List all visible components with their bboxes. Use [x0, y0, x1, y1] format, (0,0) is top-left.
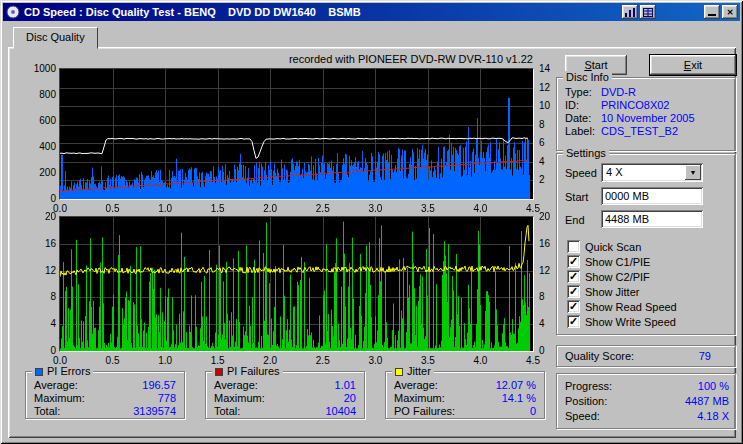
checkbox-show-read-speed-label: Show Read Speed	[585, 301, 677, 313]
checkbox-show-c2pif[interactable]: ✓	[567, 270, 580, 283]
pi-failures-legend-title: PI Failures	[212, 365, 283, 378]
end-position-field[interactable]	[601, 210, 703, 228]
speed-dropdown[interactable]: 4 X ▼	[601, 163, 703, 182]
axis-tick-label: 4	[22, 318, 56, 329]
axis-tick-label: 8	[539, 119, 557, 130]
axis-tick-label: 3.5	[415, 355, 441, 366]
pi-failures-maximum-value: 20	[286, 392, 356, 404]
pi-errors-total-value: 3139574	[106, 405, 176, 417]
pi-failures-title-text: PI Failures	[227, 365, 280, 378]
disc-id-label: ID:	[565, 99, 579, 111]
pi-errors-maximum-label: Maximum:	[34, 392, 85, 404]
po-failures-value: 0	[466, 405, 536, 417]
jitter-title-text: Jitter	[407, 365, 431, 378]
pi-errors-swatch	[35, 368, 43, 376]
pi-failures-total-label: Total:	[214, 405, 240, 417]
bar-chart-icon	[625, 8, 635, 17]
disc-date-value: 10 November 2005	[601, 112, 695, 124]
axis-tick-label: 3.0	[362, 355, 388, 366]
pi-failures-maximum-label: Maximum:	[214, 392, 265, 404]
pi-failures-average-value: 1.01	[286, 379, 356, 391]
disc-info-group: Disc Info Type: DVD-R ID: PRINCO8X02 Dat…	[556, 77, 736, 151]
recorded-with-label: recorded with PIONEER DVD-RW DVR-110 v1.…	[289, 53, 533, 65]
app-icon	[6, 5, 20, 19]
quality-score-value: 79	[671, 350, 711, 362]
jitter-maximum-label: Maximum:	[394, 392, 445, 404]
axis-tick-label: 4	[539, 318, 557, 329]
axis-tick-label: 6	[539, 137, 557, 148]
chevron-down-icon: ▼	[690, 169, 697, 176]
axis-tick-label: 20	[22, 211, 56, 222]
dropdown-arrow-button[interactable]: ▼	[685, 165, 701, 180]
axis-tick-label: 3.5	[415, 203, 441, 214]
graph-view-button[interactable]	[622, 5, 638, 19]
axis-tick-label: 12	[22, 265, 56, 276]
axis-tick-label: 16	[22, 238, 56, 249]
pi-failures-legend-box: PI Failures Average: 1.01 Maximum: 20 To…	[205, 371, 365, 419]
checkbox-show-jitter[interactable]: ✓	[567, 285, 580, 298]
window-title: CD Speed : Disc Quality Test - BENQ DVD …	[24, 3, 620, 21]
axis-tick-label: 2.0	[257, 355, 283, 366]
checkbox-show-c1pie-label: Show C1/PIE	[585, 256, 650, 268]
checkbox-show-c1pie[interactable]: ✓	[567, 255, 580, 268]
axis-tick-label: 14	[539, 63, 557, 74]
axis-tick-label: 3.0	[362, 203, 388, 214]
pi-errors-chart	[59, 68, 534, 200]
close-button[interactable]: ✕	[722, 5, 738, 19]
axis-tick-label: 12	[539, 82, 557, 93]
checkbox-show-write-speed[interactable]: ✓	[567, 315, 580, 328]
jitter-legend-box: Jitter Average: 12.07 % Maximum: 14.1 % …	[385, 371, 545, 419]
pi-errors-total-label: Total:	[34, 405, 60, 417]
pi-failures-average-label: Average:	[214, 379, 258, 391]
po-failures-label: PO Failures:	[394, 405, 455, 417]
checkbox-quick-scan-label: Quick Scan	[585, 241, 641, 253]
disc-date-label: Date:	[565, 112, 591, 124]
checkbox-show-c2pif-label: Show C2/PIF	[585, 271, 650, 283]
title-bar: CD Speed : Disc Quality Test - BENQ DVD …	[3, 3, 740, 21]
titlebar-spacer	[656, 12, 702, 13]
tab-disc-quality[interactable]: Disc Quality	[13, 27, 98, 49]
pi-errors-average-label: Average:	[34, 379, 78, 391]
checkbox-show-read-speed[interactable]: ✓	[567, 300, 580, 313]
disc-quality-panel: recorded with PIONEER DVD-RW DVR-110 v1.…	[8, 47, 736, 438]
axis-tick-label: 400	[22, 141, 56, 152]
jitter-average-value: 12.07 %	[466, 379, 536, 391]
disc-label-value: CDS_TEST_B2	[601, 125, 678, 137]
jitter-average-label: Average:	[394, 379, 438, 391]
position-value: 4487 MB	[659, 395, 729, 407]
axis-tick-label: 200	[22, 167, 56, 178]
quality-score-label: Quality Score:	[565, 350, 634, 362]
axis-tick-label: 1.0	[152, 203, 178, 214]
checkbox-quick-scan[interactable]	[567, 240, 580, 253]
axis-tick-label: 800	[22, 89, 56, 100]
axis-tick-label: 0.5	[100, 355, 126, 366]
axis-tick-label: 600	[22, 115, 56, 126]
exit-button[interactable]: Exit	[650, 55, 736, 75]
disc-type-label: Type:	[565, 86, 592, 98]
pi-failures-chart	[59, 216, 534, 352]
axis-tick-label: 8	[539, 291, 557, 302]
pi-errors-legend-box: PI Errors Average: 196.57 Maximum: 778 T…	[25, 371, 185, 419]
position-label: Position:	[565, 395, 607, 407]
progress-label: Progress:	[565, 380, 612, 392]
start-position-field[interactable]	[601, 187, 703, 205]
pi-errors-maximum-value: 778	[106, 392, 176, 404]
pi-errors-average-value: 196.57	[106, 379, 176, 391]
settings-group: Settings Speed 4 X ▼ Start End Quick Sca…	[556, 153, 736, 335]
axis-tick-label: 0.0	[47, 355, 73, 366]
progress-value: 100 %	[659, 380, 729, 392]
jitter-legend-title: Jitter	[392, 365, 434, 378]
data-view-button[interactable]	[640, 5, 656, 19]
axis-tick-label: 20	[539, 211, 557, 222]
disc-id-value: PRINCO8X02	[601, 99, 669, 111]
end-position-label: End	[565, 214, 585, 226]
pi-errors-legend-title: PI Errors	[32, 365, 93, 378]
minimize-button[interactable]	[704, 5, 720, 19]
axis-tick-label: 0.5	[100, 203, 126, 214]
speed-dropdown-value: 4 X	[606, 166, 623, 178]
close-icon: ✕	[727, 8, 734, 17]
axis-tick-label: 4.0	[467, 203, 493, 214]
pi-failures-total-value: 10404	[286, 405, 356, 417]
pi-failures-chart-canvas	[60, 217, 533, 351]
axis-tick-label: 1.5	[205, 203, 231, 214]
